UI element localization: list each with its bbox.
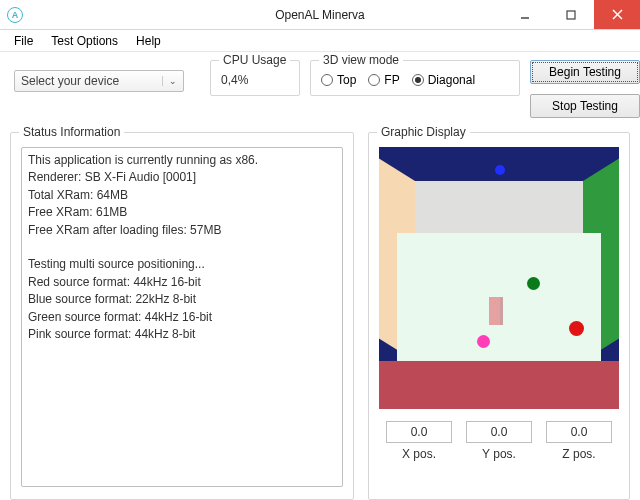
chevron-down-icon: ⌄ <box>162 76 177 86</box>
green-source-sphere <box>527 277 540 290</box>
app-icon: A <box>7 7 23 23</box>
graphic-canvas <box>379 147 619 409</box>
svg-rect-1 <box>567 11 575 19</box>
view-mode-group: 3D view mode Top FP Diagonal <box>310 60 520 96</box>
menubar: File Test Options Help <box>0 30 640 52</box>
blue-source-sphere <box>495 165 505 175</box>
stop-testing-button[interactable]: Stop Testing <box>530 94 640 118</box>
cpu-usage-group: CPU Usage 0,4% <box>210 60 300 96</box>
menu-test-options[interactable]: Test Options <box>43 32 126 50</box>
begin-testing-button[interactable]: Begin Testing <box>530 60 640 84</box>
graphic-legend: Graphic Display <box>377 125 470 139</box>
cpu-usage-value: 0,4% <box>221 73 289 87</box>
view-mode-top-radio[interactable]: Top <box>321 73 356 87</box>
x-position-cell: 0.0 X pos. <box>386 421 452 461</box>
ground-strip <box>379 361 619 409</box>
red-source-sphere <box>569 321 584 336</box>
maximize-button[interactable] <box>548 0 594 29</box>
device-select-wrap: Select your device ⌄ <box>10 60 200 102</box>
back-wall <box>397 181 601 233</box>
view-mode-diagonal-radio[interactable]: Diagonal <box>412 73 475 87</box>
close-button[interactable] <box>594 0 640 29</box>
status-text[interactable]: This application is currently running as… <box>21 147 343 487</box>
radio-label: Top <box>337 73 356 87</box>
view-mode-legend: 3D view mode <box>319 53 403 67</box>
radio-icon <box>321 74 333 86</box>
device-select[interactable]: Select your device ⌄ <box>14 70 184 92</box>
radio-label: Diagonal <box>428 73 475 87</box>
status-information-group: Status Information This application is c… <box>10 132 354 500</box>
radio-label: FP <box>384 73 399 87</box>
pink-source-sphere <box>477 335 490 348</box>
cpu-usage-legend: CPU Usage <box>219 53 290 67</box>
menu-help[interactable]: Help <box>128 32 169 50</box>
y-position-label: Y pos. <box>466 447 532 461</box>
y-position-value: 0.0 <box>466 421 532 443</box>
button-label: Stop Testing <box>552 99 618 113</box>
radio-icon <box>412 74 424 86</box>
view-mode-fp-radio[interactable]: FP <box>368 73 399 87</box>
button-label: Begin Testing <box>549 65 621 79</box>
window-titlebar: A OpenAL Minerva <box>0 0 640 30</box>
z-position-cell: 0.0 Z pos. <box>546 421 612 461</box>
minimize-button[interactable] <box>502 0 548 29</box>
listener-marker <box>489 297 503 325</box>
x-position-value: 0.0 <box>386 421 452 443</box>
y-position-cell: 0.0 Y pos. <box>466 421 532 461</box>
z-position-value: 0.0 <box>546 421 612 443</box>
device-select-text: Select your device <box>21 74 119 88</box>
menu-file[interactable]: File <box>6 32 41 50</box>
graphic-display-group: Graphic Display 0.0 X pos. 0.0 <box>368 132 630 500</box>
position-row: 0.0 X pos. 0.0 Y pos. 0.0 Z pos. <box>379 421 619 461</box>
radio-icon <box>368 74 380 86</box>
z-position-label: Z pos. <box>546 447 612 461</box>
status-legend: Status Information <box>19 125 124 139</box>
x-position-label: X pos. <box>386 447 452 461</box>
